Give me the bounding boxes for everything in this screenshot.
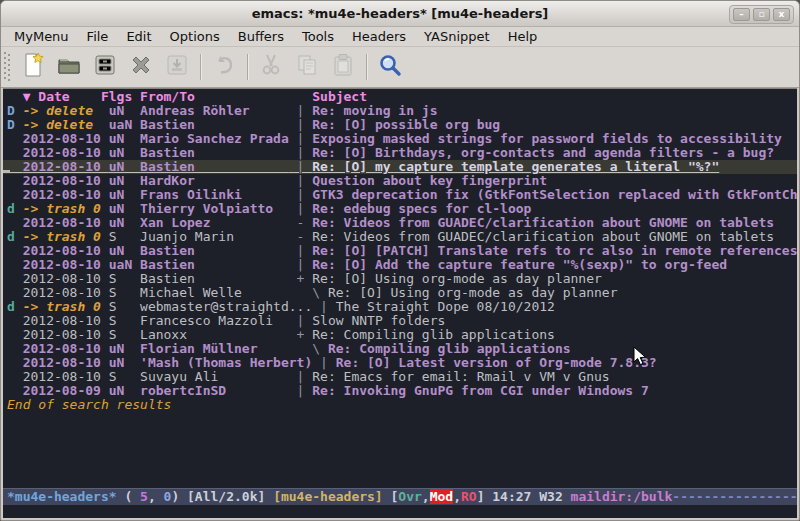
message-row-text: 2012-08-10 uaN Bastien | Re: [O] Add the… (7, 257, 727, 272)
open-folder-button[interactable] (51, 50, 87, 84)
message-row[interactable]: 2012-08-10 uN Bastien | Re: [O] [PATCH] … (3, 244, 797, 258)
modeline-segment: -------------------------------- (672, 489, 797, 504)
subject-cell: Re: [O] [PATCH] Translate refs to rc als… (312, 243, 797, 258)
date-cell: 2012-08-10 (23, 187, 109, 202)
mark-char (7, 243, 23, 258)
message-row[interactable]: 2012-08-10 S Francesco Mazzoli | Slow NN… (3, 314, 797, 328)
modeline-segment: ( (117, 489, 140, 504)
flags-cell: S (109, 229, 140, 244)
menu-item-headers[interactable]: Headers (343, 28, 415, 45)
from-cell: webmaster@straightd... (140, 299, 312, 314)
message-row-text: d -> trash 0 S webmaster@straightd... | … (7, 299, 555, 314)
message-row-text: 2012-08-09 uN robertcInSD | Re: Invoking… (7, 383, 649, 398)
menu-item-tools[interactable]: Tools (293, 28, 343, 45)
thread-separator: | (289, 103, 312, 118)
minimize-button[interactable]: – (733, 8, 750, 21)
message-row[interactable]: 2012-08-09 uN robertcInSD | Re: Invoking… (3, 384, 797, 398)
from-cell: Andreas Röhler (140, 103, 289, 118)
thread-separator: | (289, 383, 312, 398)
message-row[interactable]: 2012-08-10 uN Bastien | Re: [O] my captu… (3, 160, 797, 174)
mark-char (7, 313, 23, 328)
date-cell: 2012-08-10 (23, 285, 109, 300)
date-cell: 2012-08-10 (23, 355, 109, 370)
mark-char (7, 173, 23, 188)
message-row[interactable]: 2012-08-10 uN HardKor | Question about k… (3, 174, 797, 188)
modeline-segment: [mu4e-headers] (273, 489, 383, 504)
flags-cell: uN (109, 243, 140, 258)
close-button[interactable]: x (773, 8, 790, 21)
subject-cell: Re: Videos from GUADEC/clarification abo… (312, 229, 774, 244)
message-row[interactable]: d -> trash 0 S webmaster@straightd... | … (3, 300, 797, 314)
search-button[interactable] (372, 50, 408, 84)
menu-item-help[interactable]: Help (499, 28, 547, 45)
window-controls: –▫x (729, 5, 794, 24)
message-row-text: d -> trash 0 uN Thierry Volpiatto | Re: … (7, 201, 531, 216)
modeline-segment: , (148, 489, 164, 504)
message-row[interactable]: 2012-08-10 uN Mario Sanchez Prada | Expo… (3, 132, 797, 146)
mark-char (7, 215, 23, 230)
message-row[interactable]: 2012-08-10 uN Florian Müllner \ Re: Comp… (3, 342, 797, 356)
emacs-window: emacs: *mu4e-headers* [mu4e-headers] –▫x… (0, 0, 800, 521)
menu-item-options[interactable]: Options (161, 28, 229, 45)
mark-char (7, 327, 23, 342)
subject-cell: The Straight Dope 08/10/2012 (336, 299, 555, 314)
message-row-text: 2012-08-10 uN Bastien | Re: [O] my captu… (7, 159, 719, 174)
date-cell: 2012-08-10 (23, 369, 109, 384)
message-row[interactable]: 2012-08-10 S Bastien + Re: [O] Using org… (3, 272, 797, 286)
message-row[interactable]: 2012-08-10 uN Frans Oilinki | GTK3 depre… (3, 188, 797, 202)
open-folder-icon (56, 52, 82, 82)
from-cell: Florian Müllner (140, 341, 289, 356)
new-file-button[interactable] (15, 50, 51, 84)
mark-char: d (7, 229, 23, 244)
from-cell: 'Mash (Thomas Herbert) (140, 355, 312, 370)
save-button[interactable] (87, 50, 123, 84)
message-row[interactable]: D -> delete uaN Bastien | Re: [O] possib… (3, 118, 797, 132)
from-cell: HardKor (140, 173, 289, 188)
thread-separator: | (289, 131, 312, 146)
from-cell: Suvayu Ali (140, 369, 289, 384)
close-buffer-button[interactable] (123, 50, 159, 84)
headers-column-header[interactable]: ▼ Date Flgs From/To Subject (3, 89, 797, 104)
toolbar-grip-handle[interactable] (4, 52, 11, 82)
message-row[interactable]: 2012-08-10 S Michael Welle \ Re: [O] Usi… (3, 286, 797, 300)
from-cell: Bastien (140, 243, 289, 258)
menu-item-edit[interactable]: Edit (117, 28, 160, 45)
from-cell: Michael Welle (140, 285, 289, 300)
thread-separator: | (289, 257, 312, 272)
message-row-text: D -> delete uN Andreas Röhler | Re: movi… (7, 103, 438, 118)
subject-cell: Re: [O] possible org bug (312, 117, 500, 132)
menu-item-buffers[interactable]: Buffers (229, 28, 293, 45)
message-row[interactable]: 2012-08-10 S Lanoxx + Re: Compiling glib… (3, 328, 797, 342)
mode-line[interactable]: *mu4e-headers* ( 5, 0) [All/2.0k] [mu4e-… (3, 488, 797, 505)
menu-item-file[interactable]: File (78, 28, 118, 45)
flags-cell: S (109, 285, 140, 300)
message-row[interactable]: 2012-08-10 uN Bastien | Re: [O] Birthday… (3, 146, 797, 160)
message-row[interactable]: 2012-08-10 uN 'Mash (Thomas Herbert) | R… (3, 356, 797, 370)
message-row[interactable]: 2012-08-10 uaN Bastien | Re: [O] Add the… (3, 258, 797, 272)
message-row[interactable]: 2012-08-10 S Suvayu Ali | Re: Emacs for … (3, 370, 797, 384)
thread-separator: \ (289, 285, 328, 300)
flags-cell: uN (109, 201, 140, 216)
message-row[interactable]: d -> trash 0 uN Thierry Volpiatto | Re: … (3, 202, 797, 216)
subject-cell: Re: [O] Latest version of Org-mode 7.8.3… (336, 355, 657, 370)
undo-button (206, 50, 242, 84)
mark-char (7, 271, 23, 286)
maximize-button[interactable]: ▫ (753, 8, 770, 21)
menu-item-mymenu[interactable]: MyMenu (5, 28, 78, 45)
message-row[interactable]: D -> delete uN Andreas Röhler | Re: movi… (3, 104, 797, 118)
toolbar-separator (200, 54, 201, 80)
thread-separator: + (289, 271, 312, 286)
message-row[interactable]: 2012-08-10 uN Xan Lopez - Re: Videos fro… (3, 216, 797, 230)
mark-char (7, 355, 23, 370)
mark-action: -> delete (23, 103, 109, 118)
from-cell: Bastien (140, 145, 289, 160)
date-cell: 2012-08-10 (23, 131, 109, 146)
thread-separator: | (289, 117, 312, 132)
title-bar[interactable]: emacs: *mu4e-headers* [mu4e-headers] –▫x (1, 1, 799, 27)
subject-cell: Re: Compiling glib applications (328, 341, 571, 356)
menu-item-yasnippet[interactable]: YASnippet (415, 28, 499, 45)
message-row[interactable]: d -> trash 0 S Juanjo Marin - Re: Videos… (3, 230, 797, 244)
from-cell: Thierry Volpiatto (140, 201, 289, 216)
message-row-text: 2012-08-10 uN Mario Sanchez Prada | Expo… (7, 131, 782, 146)
mark-char: D (7, 103, 23, 118)
